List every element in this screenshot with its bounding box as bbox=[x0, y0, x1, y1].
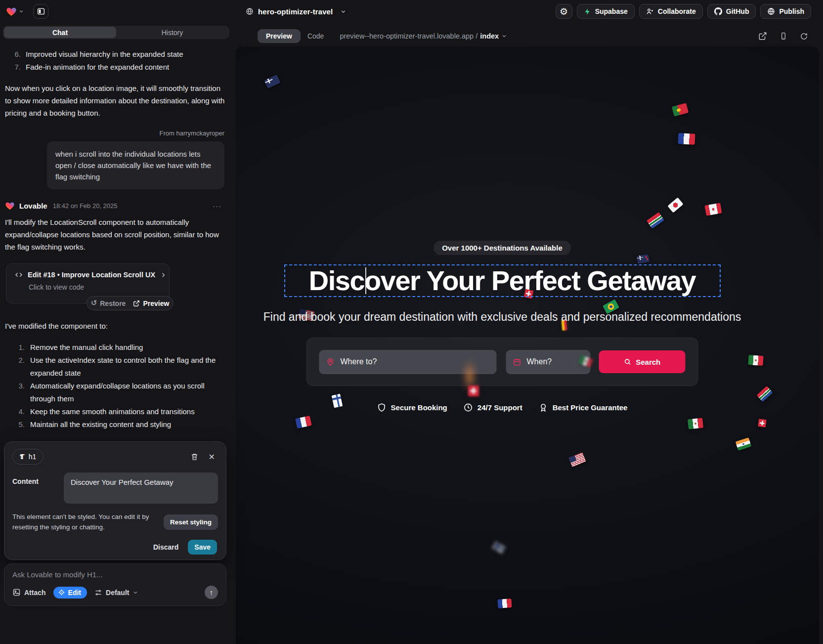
list-number: 3. bbox=[17, 380, 25, 405]
url-page: index bbox=[480, 32, 499, 40]
sidebar-toggle-button[interactable] bbox=[33, 4, 48, 19]
list-number: 6. bbox=[12, 48, 21, 61]
tab-code[interactable]: Code bbox=[307, 32, 324, 40]
discard-button[interactable]: Discard bbox=[153, 543, 178, 551]
flag-france-icon bbox=[295, 416, 312, 429]
content-label: Content bbox=[12, 472, 64, 504]
flag-france-icon bbox=[497, 599, 512, 608]
send-button[interactable]: ↑ bbox=[205, 586, 218, 599]
chat-scroll[interactable]: 6. Improved visual hierarchy in the expa… bbox=[5, 48, 228, 431]
list-item: 1. Remove the manual click handling bbox=[5, 341, 228, 354]
flag-usa-icon bbox=[568, 452, 586, 467]
tab-chat[interactable]: Chat bbox=[4, 27, 116, 38]
reset-styling-button[interactable]: Reset styling bbox=[164, 515, 218, 530]
feature-row: Secure Booking 24/7 Support Best Price G… bbox=[377, 403, 628, 412]
publish-button[interactable]: Publish bbox=[760, 4, 811, 19]
publish-globe-icon bbox=[767, 7, 775, 15]
preview-button[interactable]: Preview bbox=[133, 300, 169, 307]
project-selector[interactable]: hero-optimizer-travel bbox=[246, 0, 347, 23]
lovable-app-window: hero-optimizer-travel ⚙ Supabase Collabo… bbox=[0, 0, 823, 644]
flag-canada-icon bbox=[704, 203, 722, 215]
panel-toggle-icon bbox=[37, 7, 45, 16]
github-label: GitHub bbox=[726, 7, 749, 15]
search-label: Search bbox=[636, 358, 660, 366]
list-text: Improved visual hierarchy in the expande… bbox=[26, 48, 183, 61]
refresh-icon[interactable] bbox=[800, 32, 808, 41]
list-text: Automatically expand/collapse locations … bbox=[30, 380, 228, 405]
user-message-bubble: when i scroll into the individual locati… bbox=[47, 141, 224, 189]
flag-switzerland-icon bbox=[758, 419, 767, 428]
mode-label: Default bbox=[106, 589, 129, 597]
chat-input[interactable] bbox=[12, 570, 218, 579]
open-in-new-tab-icon[interactable] bbox=[758, 32, 767, 41]
edit-mode-button[interactable]: Edit bbox=[53, 587, 87, 599]
url-breadcrumb[interactable]: preview--hero-optimizer-travel.lovable.a… bbox=[340, 32, 507, 40]
message-timestamp: 18:42 on Feb 20, 2025 bbox=[53, 202, 118, 210]
mode-selector[interactable]: Default bbox=[94, 589, 138, 597]
clock-icon bbox=[464, 403, 473, 412]
element-tag-pill[interactable]: TT h1 bbox=[12, 449, 43, 465]
assistant-paragraph: Now when you click on a location image, … bbox=[5, 82, 228, 119]
location-pin-icon bbox=[326, 357, 335, 366]
chevron-down-icon bbox=[340, 8, 347, 15]
save-button[interactable]: Save bbox=[188, 540, 217, 555]
list-item: 2. Use the activeIndex state to control … bbox=[5, 354, 228, 380]
list-number: 4. bbox=[17, 405, 25, 418]
modification-steps-list: 1. Remove the manual click handling 2. U… bbox=[5, 341, 228, 431]
settings-button[interactable]: ⚙ bbox=[556, 4, 572, 19]
chevron-down-icon bbox=[18, 8, 24, 14]
person-add-icon bbox=[646, 7, 654, 15]
lovable-logo-menu[interactable] bbox=[6, 6, 24, 16]
restore-button[interactable]: ↺ Restore bbox=[91, 300, 126, 307]
image-icon bbox=[12, 588, 21, 597]
flag-new-zealand-icon bbox=[637, 254, 650, 264]
calendar-icon bbox=[513, 358, 521, 366]
restore-preview-pill: ↺ Restore Preview bbox=[87, 296, 173, 310]
flag-japan-icon bbox=[667, 197, 683, 213]
shield-icon bbox=[377, 403, 387, 412]
when-placeholder: When? bbox=[526, 357, 552, 366]
mobile-view-icon[interactable] bbox=[780, 32, 787, 41]
tab-history[interactable]: History bbox=[116, 27, 228, 38]
chevron-right-icon bbox=[160, 271, 167, 279]
list-number: 2. bbox=[17, 354, 25, 380]
lovable-heart-icon bbox=[6, 6, 17, 16]
feature-item: 24/7 Support bbox=[464, 403, 522, 412]
content-textarea[interactable]: Discover Your Perfect Getaway bbox=[64, 472, 218, 504]
target-icon bbox=[58, 589, 65, 596]
feature-label: Best Price Guarantee bbox=[553, 403, 628, 412]
list-number: 7. bbox=[12, 61, 21, 74]
element-editor-panel: TT h1 ✕ Content Discover Your Perfect Ge… bbox=[4, 441, 226, 560]
attach-button[interactable]: Attach bbox=[12, 588, 46, 597]
flag-portugal-icon bbox=[672, 103, 689, 116]
flag-mexico-icon bbox=[748, 355, 763, 366]
collaborate-label: Collaborate bbox=[658, 7, 696, 15]
project-name: hero-optimizer-travel bbox=[258, 7, 333, 16]
flag-switzerland-icon bbox=[468, 386, 479, 396]
collaborate-button[interactable]: Collaborate bbox=[639, 4, 703, 19]
supabase-button[interactable]: Supabase bbox=[577, 4, 635, 19]
restore-icon: ↺ bbox=[91, 300, 97, 307]
gear-icon: ⚙ bbox=[560, 7, 568, 16]
feature-label: Secure Booking bbox=[391, 403, 447, 412]
message-author-label: From harrymckayroper bbox=[5, 129, 228, 137]
search-button[interactable]: Search bbox=[599, 350, 685, 373]
list-item: 7. Fade-in animation for the expanded co… bbox=[5, 61, 228, 74]
tab-preview[interactable]: Preview bbox=[258, 29, 301, 43]
chat-history-tabs: Chat History bbox=[3, 26, 229, 39]
flag-finland-icon bbox=[331, 393, 343, 408]
url-host: preview--hero-optimizer-travel.lovable.a… bbox=[340, 32, 477, 40]
message-menu-icon[interactable]: ··· bbox=[213, 202, 221, 210]
github-button[interactable]: GitHub bbox=[707, 4, 756, 19]
list-text: Keep the same smooth animations and tran… bbox=[30, 405, 195, 418]
close-icon[interactable]: ✕ bbox=[209, 452, 215, 462]
styling-note: This element can't be styled. You can ed… bbox=[12, 512, 157, 532]
feature-item: Secure Booking bbox=[377, 403, 447, 412]
when-input[interactable]: When? bbox=[506, 350, 590, 374]
trash-icon[interactable] bbox=[190, 453, 199, 461]
code-icon bbox=[14, 270, 23, 279]
list-text: Remove the manual click handling bbox=[30, 341, 143, 354]
sliders-icon bbox=[94, 589, 102, 597]
restore-label: Restore bbox=[100, 300, 126, 307]
assistant-message-header: Lovable 18:42 on Feb 20, 2025 ··· bbox=[5, 201, 228, 210]
